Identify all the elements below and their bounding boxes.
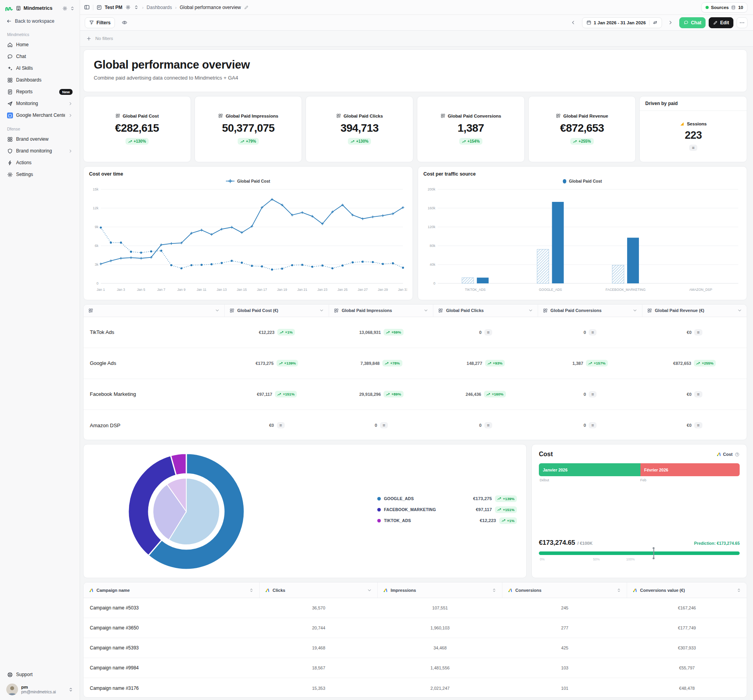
metrics-table-header: Global Paid Cost (€)Global Paid Impressi… xyxy=(84,305,747,317)
donut-legend: GOOGLE_ADS €173,275 +139% FACEBOOK_MARKE… xyxy=(377,493,517,526)
workspace-switcher-icon[interactable] xyxy=(70,5,75,11)
kpi-card[interactable]: Global Paid Revenue €872,653 +255% xyxy=(528,96,636,163)
bar-chart[interactable]: 040k80k120k160k200kTIKTOK_ADSGOOGLE_ADSF… xyxy=(424,185,742,294)
prev-period-button[interactable] xyxy=(568,17,579,28)
compare-swap-icon[interactable] xyxy=(653,20,658,25)
progress-tick: 0% xyxy=(540,557,545,561)
user-menu-chevron-icon[interactable] xyxy=(68,687,73,692)
chat-button[interactable]: Chat xyxy=(679,17,706,28)
metric-cell: 246,436+160% xyxy=(433,391,538,397)
legend-label[interactable]: Global Paid Cost xyxy=(569,179,602,183)
metrics-table-row[interactable]: Facebook Marketing €97,117+151%29,918,29… xyxy=(84,379,747,410)
sidebar-item-support[interactable]: Support xyxy=(4,669,76,680)
sidebar-item-actions[interactable]: Actions xyxy=(4,157,76,169)
project-switcher-icon[interactable] xyxy=(134,5,139,10)
add-filter-icon[interactable] xyxy=(86,36,91,41)
donut-legend-item[interactable]: FACEBOOK_MARKETING €97,117 +151% xyxy=(377,504,517,515)
updown-icon xyxy=(617,588,621,593)
help-icon[interactable] xyxy=(735,452,740,457)
sidebar-item-dashboards[interactable]: Dashboards xyxy=(4,74,76,86)
metrics-table-row[interactable]: TikTok Ads €12,223+1%13,068,931+59%0=0=€… xyxy=(84,317,747,348)
campaign-table-row[interactable]: Campaign name #3650 20,7441,960,103277€1… xyxy=(84,618,747,638)
breadcrumb-project[interactable]: Test PM xyxy=(96,5,122,10)
prediction-marker[interactable] xyxy=(653,548,654,559)
flat-badge: = xyxy=(589,329,597,335)
metric-value: 7,389,848 xyxy=(360,361,380,366)
sidebar-item-google-merchant-center[interactable]: Google Merchant Center xyxy=(4,109,76,121)
sessions-icon xyxy=(680,122,684,126)
campaign-table-row[interactable]: Campaign name #9984 18,5671,481,556103€5… xyxy=(84,658,747,678)
metrics-table-row[interactable]: Amazon DSP €0=0=0=0=€0= xyxy=(84,410,747,441)
trend-icon xyxy=(487,362,491,365)
kpi-card[interactable]: Global Paid Impressions 50,377,075 +79% xyxy=(195,96,302,163)
campaign-column-header[interactable]: Campaign name xyxy=(84,582,260,598)
kpi-card[interactable]: Global Paid Cost €282,615 +130% xyxy=(83,96,191,163)
metrics-column-header[interactable]: Global Paid Clicks xyxy=(433,305,538,317)
trend-icon xyxy=(386,393,390,396)
campaign-table-row[interactable]: Campaign name #3176 15,3532,021,247101€4… xyxy=(84,678,747,698)
sidebar-item-home[interactable]: Home xyxy=(4,39,76,51)
metrics-column-header[interactable] xyxy=(84,305,225,317)
sources-button[interactable]: Sources 10 xyxy=(701,2,748,13)
line-chart[interactable]: 03k6k9k12k15kJan 1Jan 3Jan 5Jan 7Jan 9Ja… xyxy=(89,185,407,294)
donut-legend-item[interactable]: TIKTOK_ADS €12,223 +1% xyxy=(377,515,517,526)
breadcrumb-page: Global performance overview xyxy=(180,5,241,10)
breadcrumb-dashboards[interactable]: Dashboards xyxy=(147,5,172,10)
svg-text:AMAZON_DSP: AMAZON_DSP xyxy=(689,288,712,292)
sidebar-item-chat[interactable]: Chat xyxy=(4,51,76,62)
widget-icon xyxy=(440,113,446,118)
donut-chart[interactable] xyxy=(127,453,245,570)
sidebar-item-brand-monitoring[interactable]: Brand monitoring xyxy=(4,145,76,157)
campaign-column-header[interactable]: Conversions xyxy=(502,582,627,598)
user-menu[interactable]: pm pm@mindmetrics.ai xyxy=(4,680,76,695)
sidebar-item-settings[interactable]: Settings xyxy=(4,169,76,180)
more-button[interactable] xyxy=(737,17,748,28)
metrics-column-header[interactable]: Global Paid Conversions xyxy=(538,305,642,317)
svg-text:Jan 21: Jan 21 xyxy=(297,288,307,292)
filters-button[interactable]: Filters xyxy=(85,17,115,28)
campaign-column-header[interactable]: Clicks xyxy=(260,582,378,598)
metric-value: €173,275 xyxy=(256,361,274,366)
trend-icon xyxy=(277,393,281,396)
project-settings-icon[interactable] xyxy=(126,5,131,10)
campaign-table-row[interactable]: Campaign name #5393 19,46834,468425€307,… xyxy=(84,638,747,658)
campaign-table-row[interactable]: Campaign name #5033 36,570107,551245€167… xyxy=(84,598,747,618)
metrics-column-header[interactable]: Global Paid Impressions xyxy=(329,305,433,317)
breadcrumb-separator: › xyxy=(142,5,144,10)
metrics-column-header[interactable]: Global Paid Revenue (€) xyxy=(642,305,747,317)
campaign-value: 103 xyxy=(502,666,627,670)
workspace-header[interactable]: Mindmetrics xyxy=(4,4,76,16)
metric-cell: €0= xyxy=(225,422,329,428)
metrics-column-header[interactable]: Global Paid Cost (€) xyxy=(225,305,329,317)
widget-icon xyxy=(88,308,93,313)
kpi-card[interactable]: Global Paid Clicks 394,713 +130% xyxy=(306,96,413,163)
rename-page-icon[interactable] xyxy=(244,5,249,10)
svg-text:FACEBOOK_MARKETING: FACEBOOK_MARKETING xyxy=(606,288,646,292)
visibility-button[interactable] xyxy=(119,17,130,28)
next-period-button[interactable] xyxy=(665,17,676,28)
kpi-card[interactable]: Global Paid Conversions 1,387 +154% xyxy=(417,96,525,163)
sidebar-item-reports[interactable]: Reports New xyxy=(4,86,76,98)
source-name: Google Ads xyxy=(84,360,225,366)
donut-legend-item[interactable]: GOOGLE_ADS €173,275 +139% xyxy=(377,493,517,504)
user-name: pm xyxy=(21,684,65,690)
date-range-button[interactable]: 1 Jan 2026 - 31 Jan 2026 xyxy=(582,17,662,28)
edit-button[interactable]: Edit xyxy=(709,17,733,28)
kpi-label: Global Paid Cost xyxy=(115,113,159,118)
metric-value: 0 xyxy=(479,423,482,428)
campaign-column-header[interactable]: Impressions xyxy=(378,582,502,598)
workspace-settings-icon[interactable] xyxy=(62,5,67,11)
campaign-column-header[interactable]: Conversions value (€) xyxy=(627,582,747,598)
campaign-value: 245 xyxy=(502,606,627,610)
project-icon xyxy=(96,5,102,10)
kpi-label: Global Paid Clicks xyxy=(336,113,383,118)
svg-text:Jan 7: Jan 7 xyxy=(157,288,166,292)
legend-label[interactable]: Global Paid Cost xyxy=(237,179,270,183)
svg-text:Jan 19: Jan 19 xyxy=(277,288,287,292)
back-to-workspace[interactable]: Back to workspace xyxy=(4,16,76,27)
sidebar-item-ai-skills[interactable]: AI Skills xyxy=(4,62,76,74)
sidebar-item-brand-overview[interactable]: Brand overview xyxy=(4,133,76,145)
metrics-table-row[interactable]: Google Ads €173,275+139%7,389,848+78%148… xyxy=(84,348,747,379)
sidebar-item-monitoring[interactable]: Monitoring xyxy=(4,98,76,109)
sidebar-toggle-icon[interactable] xyxy=(84,4,90,10)
